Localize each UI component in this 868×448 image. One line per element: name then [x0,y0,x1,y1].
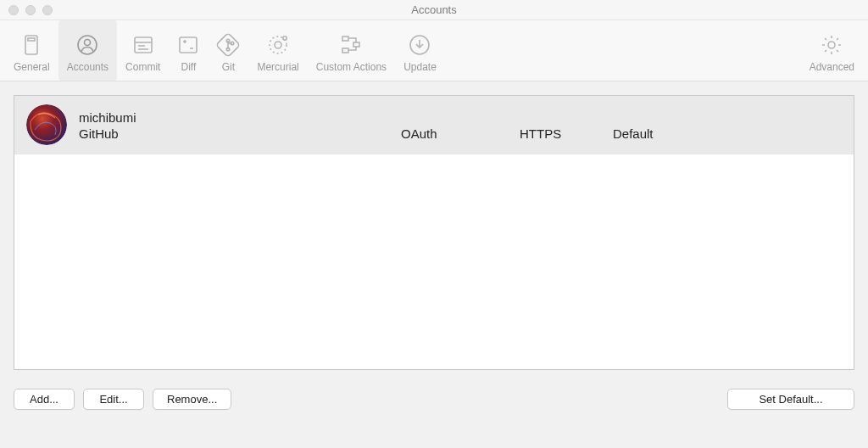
account-row[interactable]: michibumi GitHub OAuth HTTPS Default [14,96,854,154]
zoom-window-button[interactable] [42,5,53,15]
button-bar: Add... Edit... Remove... Set Default... [0,384,868,420]
account-auth: OAuth [401,126,520,141]
tab-git-label: Git [222,61,235,73]
tab-general[interactable]: General [5,20,58,81]
tab-advanced-label: Advanced [810,61,854,73]
svg-rect-23 [353,42,359,47]
commit-icon [132,31,154,59]
tab-accounts[interactable]: Accounts [58,20,117,81]
tab-custom-actions-label: Custom Actions [316,61,387,73]
svg-point-26 [828,42,835,48]
update-icon [408,31,431,59]
tab-update-label: Update [403,61,437,73]
window-controls [0,5,53,15]
tab-custom-actions[interactable]: Custom Actions [308,20,395,81]
git-icon [216,31,240,59]
remove-button[interactable]: Remove... [153,389,231,410]
account-protocol: HTTPS [520,126,613,141]
close-window-button[interactable] [8,5,19,15]
tab-advanced[interactable]: Advanced [801,20,863,81]
titlebar: Accounts [0,0,868,20]
svg-rect-8 [180,37,197,53]
tab-accounts-label: Accounts [67,61,108,73]
svg-rect-22 [342,48,348,53]
set-default-button[interactable]: Set Default... [727,389,854,410]
svg-rect-4 [135,37,152,53]
tab-update[interactable]: Update [395,20,445,81]
svg-point-19 [275,42,281,48]
general-icon [21,31,42,59]
tab-commit[interactable]: Commit [117,20,169,81]
svg-point-20 [283,36,287,39]
minimize-window-button[interactable] [25,5,36,15]
tab-commit-label: Commit [125,61,160,73]
add-button[interactable]: Add... [14,389,75,410]
account-details: michibumi GitHub OAuth HTTPS Default [79,109,842,141]
tab-mercurial[interactable]: Mercurial [248,20,307,81]
account-host: GitHub [79,126,401,141]
tab-diff-label: Diff [181,61,197,73]
accounts-icon [75,31,99,59]
accounts-pane: michibumi GitHub OAuth HTTPS Default [0,81,868,384]
account-default-badge: Default [613,126,654,141]
diff-icon [177,31,199,59]
tab-mercurial-label: Mercurial [257,61,298,73]
svg-rect-21 [342,36,348,41]
gear-icon [820,31,843,59]
tab-diff[interactable]: Diff [169,20,208,81]
custom-actions-icon [339,31,363,59]
tab-git[interactable]: Git [208,20,248,81]
account-username: michibumi [79,109,842,126]
svg-rect-1 [28,38,35,41]
preferences-toolbar: General Accounts Commit [0,20,868,81]
account-list[interactable]: michibumi GitHub OAuth HTTPS Default [14,95,854,370]
tab-general-label: General [14,61,50,73]
mercurial-icon [266,31,290,59]
window-title: Accounts [0,3,868,16]
svg-point-3 [85,39,91,45]
avatar [26,104,67,145]
edit-button[interactable]: Edit... [83,389,144,410]
